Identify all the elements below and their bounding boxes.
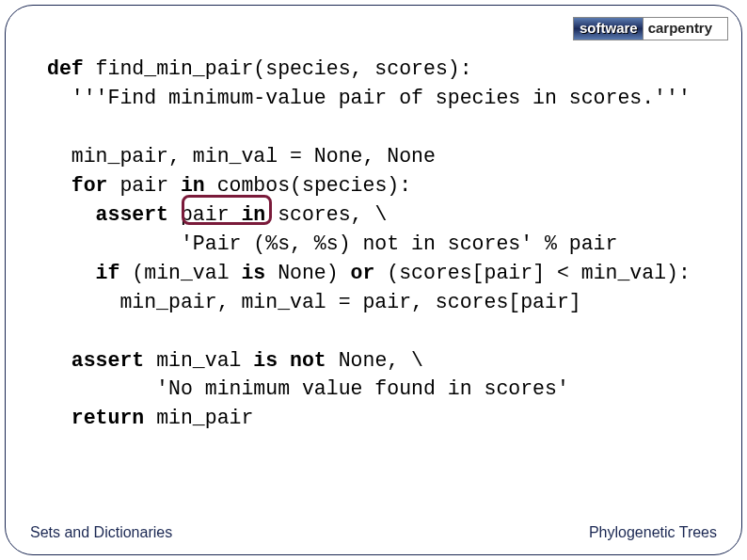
code-line: 'No minimum value found in scores': [47, 377, 569, 400]
kw-def: def: [47, 57, 84, 80]
kw-in: in: [181, 174, 205, 197]
kw-is: is: [241, 262, 265, 284]
logo-text-carpentry: carpentry: [644, 18, 718, 40]
code-block: def find_min_pair(species, scores): '''F…: [47, 55, 743, 433]
logo: software carpentry: [573, 17, 728, 40]
code-line: min_pair, min_val = pair, scores[pair]: [47, 291, 581, 313]
logo-text-software: software: [574, 18, 644, 40]
docstring: '''Find minimum-value pair of species in…: [47, 87, 691, 109]
footer-left: Sets and Dictionaries: [30, 524, 172, 541]
kw-is-not: is not: [253, 349, 326, 372]
kw-for: for: [72, 174, 108, 197]
kw-if: if: [96, 262, 120, 284]
highlight-combos: [182, 195, 272, 225]
kw-assert: assert: [72, 349, 144, 372]
code-line: min_pair, min_val = None, None: [47, 145, 436, 168]
kw-or: or: [351, 262, 375, 284]
kw-return: return: [72, 407, 144, 429]
kw-assert: assert: [96, 203, 168, 226]
code-line: 'Pair (%s, %s) not in scores' % pair: [47, 232, 617, 255]
footer-right: Phylogenetic Trees: [589, 524, 717, 541]
